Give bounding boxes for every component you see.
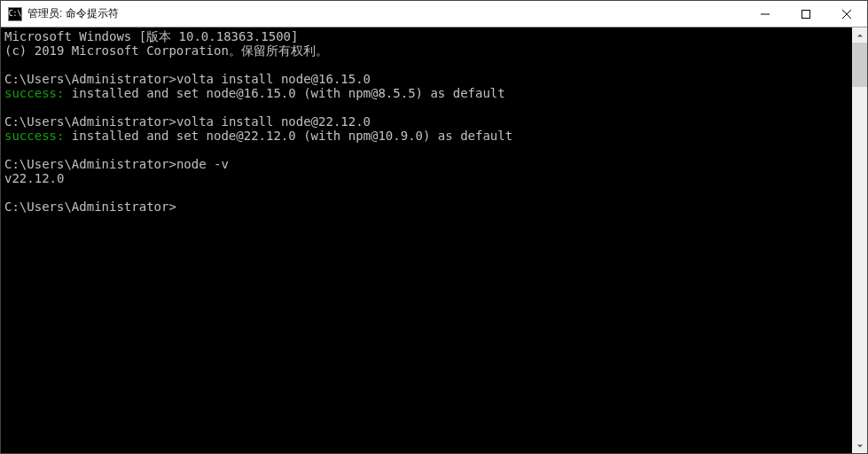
version-line: Microsoft Windows [版本 10.0.18363.1500] xyxy=(4,29,298,43)
vertical-scrollbar[interactable] xyxy=(852,27,867,453)
window-title: 管理员: 命令提示符 xyxy=(27,6,119,21)
cmd-icon: C:\ xyxy=(8,7,22,21)
prompt: C:\Users\Administrator> xyxy=(4,200,176,214)
prompt: C:\Users\Administrator> xyxy=(4,72,176,86)
output-line: v22.12.0 xyxy=(4,171,64,185)
chevron-up-icon xyxy=(856,32,864,39)
console-output[interactable]: Microsoft Windows [版本 10.0.18363.1500] (… xyxy=(1,27,852,453)
prompt: C:\Users\Administrator> xyxy=(4,114,176,129)
svg-rect-0 xyxy=(761,13,770,14)
close-button[interactable] xyxy=(826,1,867,27)
success-label: success: xyxy=(4,129,64,143)
maximize-icon xyxy=(802,10,810,19)
svg-rect-1 xyxy=(802,10,810,18)
success-label: success: xyxy=(4,86,64,100)
copyright-line: (c) 2019 Microsoft Corporation。保留所有权利。 xyxy=(4,43,328,58)
scrollbar-thumb[interactable] xyxy=(852,43,867,87)
success-message: installed and set node@22.12.0 (with npm… xyxy=(64,129,512,143)
close-icon xyxy=(842,10,851,19)
command-text: node -v xyxy=(176,157,229,171)
chevron-down-icon xyxy=(856,442,864,450)
scroll-down-button[interactable] xyxy=(852,438,867,453)
minimize-icon xyxy=(761,10,770,19)
scroll-up-button[interactable] xyxy=(852,27,867,43)
maximize-button[interactable] xyxy=(786,1,826,27)
minimize-button[interactable] xyxy=(745,1,786,27)
titlebar[interactable]: C:\ 管理员: 命令提示符 xyxy=(1,1,867,27)
command-text: volta install node@16.15.0 xyxy=(176,72,371,86)
client-area: Microsoft Windows [版本 10.0.18363.1500] (… xyxy=(1,27,867,453)
command-text: volta install node@22.12.0 xyxy=(176,114,371,129)
success-message: installed and set node@16.15.0 (with npm… xyxy=(64,86,504,100)
prompt: C:\Users\Administrator> xyxy=(4,157,176,171)
